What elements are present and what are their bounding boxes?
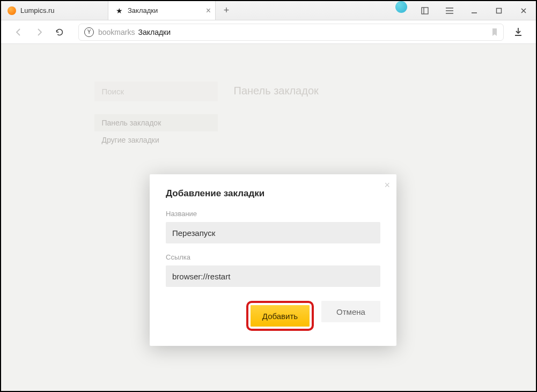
favicon-orange-icon bbox=[8, 6, 16, 15]
bookmark-name-input[interactable] bbox=[166, 222, 380, 243]
dialog-close-icon[interactable]: × bbox=[384, 180, 390, 191]
bookmarks-panel-icon[interactable] bbox=[413, 1, 437, 20]
svg-rect-1 bbox=[497, 8, 502, 13]
bookmark-ribbon-icon[interactable] bbox=[491, 28, 498, 36]
tab-bookmarks[interactable]: ★ Закладки × bbox=[108, 1, 216, 20]
reload-button[interactable] bbox=[52, 24, 68, 40]
tab-close-icon[interactable]: × bbox=[206, 6, 211, 16]
sidebar-item-other-bookmarks[interactable]: Другие закладки bbox=[94, 131, 218, 149]
title-bar: Lumpics.ru ★ Закладки × + bbox=[1, 1, 536, 20]
name-field-label: Название bbox=[166, 210, 380, 218]
maximize-button[interactable] bbox=[487, 1, 511, 20]
dialog-actions: Добавить Отмена bbox=[166, 301, 380, 331]
bookmarks-sidebar: Поиск Панель закладок Другие закладки bbox=[94, 82, 218, 149]
svg-rect-0 bbox=[422, 8, 428, 14]
dialog-title: Добавление закладки bbox=[166, 188, 380, 199]
url-field-label: Ссылка bbox=[166, 253, 380, 261]
tab-label: Закладки bbox=[128, 6, 158, 14]
bookmarks-page: Поиск Панель закладок Другие закладки Па… bbox=[94, 82, 443, 149]
viewport: Поиск Панель закладок Другие закладки Па… bbox=[1, 44, 536, 391]
assistant-icon[interactable] bbox=[395, 1, 407, 13]
url-box[interactable]: Y bookmarks Закладки bbox=[78, 24, 504, 41]
downloads-button[interactable] bbox=[510, 24, 526, 40]
add-bookmark-dialog: × Добавление закладки Название Ссылка До… bbox=[150, 174, 396, 346]
menu-icon[interactable] bbox=[437, 1, 462, 20]
url-title: Закладки bbox=[138, 28, 171, 36]
new-tab-button[interactable]: + bbox=[216, 1, 237, 20]
bookmarks-heading: Панель закладок bbox=[230, 82, 443, 107]
bookmarks-search[interactable]: Поиск bbox=[94, 82, 218, 101]
tab-label: Lumpics.ru bbox=[20, 6, 55, 14]
forward-button[interactable] bbox=[31, 24, 47, 40]
add-button[interactable]: Добавить bbox=[251, 305, 310, 327]
address-bar: Y bookmarks Закладки bbox=[1, 20, 536, 44]
bookmarks-main: Панель закладок bbox=[230, 82, 443, 149]
add-button-highlight: Добавить bbox=[246, 301, 314, 331]
minimize-button[interactable] bbox=[462, 1, 487, 20]
sidebar-item-bookmarks-bar[interactable]: Панель закладок bbox=[94, 114, 218, 131]
star-icon: ★ bbox=[115, 6, 123, 15]
bookmark-url-input[interactable] bbox=[166, 265, 380, 287]
url-prefix: bookmarks bbox=[98, 28, 135, 36]
tab-lumpics[interactable]: Lumpics.ru bbox=[1, 1, 108, 20]
close-window-button[interactable] bbox=[511, 1, 536, 20]
yandex-icon: Y bbox=[84, 27, 94, 37]
back-button[interactable] bbox=[11, 24, 27, 40]
cancel-button[interactable]: Отмена bbox=[321, 301, 380, 322]
